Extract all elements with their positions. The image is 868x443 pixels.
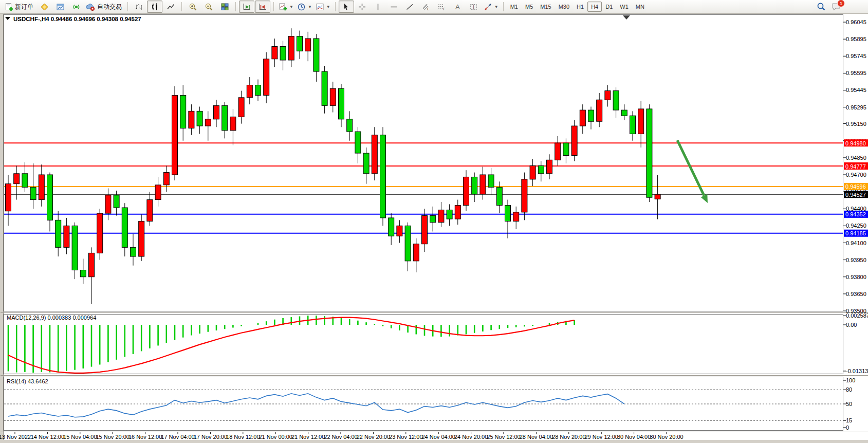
main-pane[interactable] bbox=[4, 15, 843, 311]
chart-window-button[interactable] bbox=[52, 1, 68, 13]
chevron-down-icon: ▼ bbox=[326, 5, 330, 9]
price-axis-label: 0.95595 bbox=[846, 70, 866, 76]
candle-body bbox=[247, 85, 252, 98]
candle-body bbox=[22, 174, 28, 187]
candle-body bbox=[30, 187, 36, 199]
candle-body bbox=[288, 36, 294, 60]
candle-body bbox=[189, 111, 194, 128]
templates-icon bbox=[316, 3, 324, 11]
time-axis-label: 21 Nov 00:00 bbox=[258, 434, 292, 440]
timeframe-h4[interactable]: H4 bbox=[587, 2, 602, 12]
line-chart-icon bbox=[167, 3, 175, 11]
timeframe-m1[interactable]: M1 bbox=[507, 2, 522, 12]
candle-body bbox=[522, 179, 527, 212]
time-axis-label: 15 Nov 04:00 bbox=[63, 434, 97, 440]
time-axis-label: 16 Nov 12:00 bbox=[128, 434, 162, 440]
zoom-in-button[interactable] bbox=[185, 1, 200, 13]
candle-body bbox=[139, 222, 144, 256]
candle-body bbox=[114, 195, 119, 208]
price-axis-label: 0.93800 bbox=[846, 274, 866, 280]
price-axis-label: 0.95445 bbox=[846, 87, 866, 93]
signal-button[interactable] bbox=[68, 1, 84, 13]
candle-body bbox=[255, 85, 261, 96]
line-chart-button[interactable] bbox=[163, 1, 178, 13]
macd-axis-label: 0.002587 bbox=[846, 312, 868, 319]
candlestick-button[interactable] bbox=[147, 1, 162, 13]
new-order-button[interactable]: 新订单 bbox=[3, 1, 36, 13]
horizontal-line-icon bbox=[390, 3, 398, 11]
rsi-axis-label: 100 bbox=[846, 377, 855, 383]
candle-body bbox=[297, 36, 303, 51]
rsi-axis-label: 50 bbox=[846, 401, 852, 407]
rsi-label: RSI(14) 43.6462 bbox=[7, 378, 48, 384]
candle-body bbox=[597, 100, 602, 121]
candlestick-icon bbox=[151, 3, 159, 11]
fibonacci-button[interactable]: F bbox=[434, 1, 450, 13]
candle-body bbox=[47, 175, 53, 220]
auto-scroll-icon bbox=[243, 3, 251, 11]
candle-body bbox=[264, 59, 269, 96]
horizontal-line-button[interactable] bbox=[386, 1, 402, 13]
candle-body bbox=[163, 173, 169, 185]
candle-body bbox=[272, 46, 278, 59]
chart-canvas[interactable]: 0.960450.958950.957450.955950.954450.952… bbox=[0, 14, 868, 443]
candle-body bbox=[447, 210, 452, 219]
candle-body bbox=[505, 206, 511, 222]
arrows-button[interactable]: ▼ bbox=[482, 1, 500, 13]
timeframe-w1[interactable]: W1 bbox=[616, 2, 632, 12]
crosshair-button[interactable] bbox=[355, 1, 370, 13]
candle-body bbox=[97, 213, 103, 253]
templates-button[interactable]: ▼ bbox=[314, 1, 332, 13]
trendline-button[interactable] bbox=[402, 1, 418, 13]
autotrading-button[interactable]: 自动交易 bbox=[84, 1, 124, 13]
vertical-line-button[interactable] bbox=[371, 1, 386, 13]
time-axis-label: 13 Nov 2022 bbox=[0, 434, 31, 440]
text-button[interactable]: A bbox=[450, 1, 466, 13]
indicators-button[interactable]: ▼ bbox=[277, 1, 295, 13]
candle-body bbox=[238, 98, 244, 117]
candle-body bbox=[613, 91, 619, 110]
cursor-button[interactable] bbox=[339, 1, 354, 13]
zoom-out-button[interactable] bbox=[201, 1, 216, 13]
metaeditor-button[interactable] bbox=[36, 1, 52, 13]
text-label-button[interactable]: T bbox=[466, 1, 482, 13]
timeframe-d1[interactable]: D1 bbox=[602, 2, 616, 12]
chart-shift-button[interactable] bbox=[255, 1, 270, 13]
candle-body bbox=[580, 110, 585, 126]
toolbar-separator bbox=[503, 2, 504, 11]
toolbar-separator bbox=[127, 2, 128, 11]
timeframe-h1[interactable]: H1 bbox=[573, 2, 587, 12]
timeframe-m15[interactable]: M15 bbox=[537, 2, 555, 12]
candle-body bbox=[14, 174, 20, 184]
candle-body bbox=[555, 143, 561, 160]
tile-windows-button[interactable] bbox=[217, 1, 232, 13]
time-axis-label: 14 Nov 12:00 bbox=[31, 434, 64, 440]
candle-body bbox=[538, 165, 544, 173]
candle-body bbox=[280, 46, 286, 60]
time-axis[interactable]: 13 Nov 202214 Nov 12:0015 Nov 04:0015 No… bbox=[0, 432, 684, 440]
chat-button[interactable]: 1 bbox=[831, 2, 841, 11]
candle-body bbox=[405, 226, 411, 261]
candle-body bbox=[147, 200, 153, 222]
crosshair-icon bbox=[358, 3, 366, 11]
periods-button[interactable]: ▼ bbox=[296, 1, 313, 13]
autotrading-icon bbox=[86, 3, 96, 11]
candle-body bbox=[155, 185, 161, 200]
bar-chart-button[interactable] bbox=[131, 1, 146, 13]
macd-pane[interactable] bbox=[4, 315, 843, 374]
search-icon[interactable] bbox=[817, 2, 826, 11]
timeframe-m30[interactable]: M30 bbox=[555, 2, 573, 12]
tile-windows-icon bbox=[220, 3, 229, 11]
price-badge-label: 0.94527 bbox=[845, 192, 866, 198]
timeframe-m5[interactable]: M5 bbox=[522, 2, 537, 12]
channel-button[interactable]: E bbox=[418, 1, 434, 13]
candle-body bbox=[389, 218, 394, 236]
candle-body bbox=[64, 226, 69, 247]
candle-body bbox=[547, 160, 552, 173]
time-axis-label: 30 Nov 04:00 bbox=[617, 434, 651, 440]
indicators-icon bbox=[279, 3, 287, 11]
auto-scroll-button[interactable] bbox=[239, 1, 254, 13]
timeframe-mn[interactable]: MN bbox=[632, 2, 648, 12]
candle-body bbox=[455, 206, 460, 219]
price-badge-label: 0.94596 bbox=[845, 183, 866, 190]
